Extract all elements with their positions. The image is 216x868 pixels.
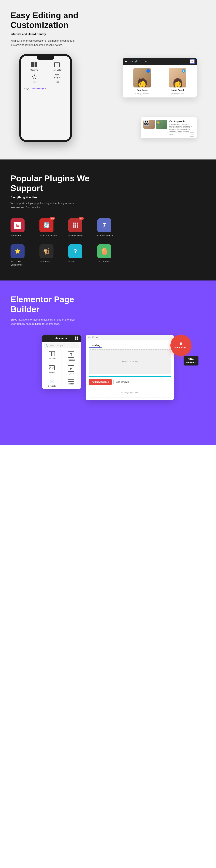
approach-image-2: 🚴	[156, 120, 167, 129]
editing-subtitle: Intuitive and User-Friendly	[10, 33, 206, 36]
widget-contacts-item[interactable]: ✉️ Contacts	[42, 377, 62, 389]
phone-bottom: Image Choose Image ▾	[21, 86, 70, 91]
image-widget-label: Image	[49, 371, 55, 373]
heading-widget-icon: T	[68, 351, 74, 358]
choose-image-action[interactable]: Choose Image	[31, 88, 44, 90]
canvas-image-placeholder[interactable]: Choose Your Image	[89, 349, 171, 374]
outdoor-icon: 🚴	[156, 120, 161, 125]
section-plugins: Popular Plugins We Support Everything Yo…	[0, 159, 216, 280]
phone-area: Columns Text Editor Icons	[10, 54, 206, 146]
search-box[interactable]: 🔍 Search Widget...	[44, 343, 79, 348]
contact7-icon-wrapper: 7	[97, 218, 111, 232]
columns-widget-label: Columns	[48, 358, 56, 360]
list-button[interactable]: ≡	[145, 60, 147, 63]
plugin-trx-addons[interactable]: 🥚 TRX Addons	[97, 244, 116, 267]
elementor-label: Elementor	[10, 234, 21, 237]
laura-avatar: 👩 t	[169, 68, 186, 88]
team-card-paul: 🧑 f Paul Davis Coding Specialist	[126, 68, 158, 95]
widget-text-editor-label: Text Editor	[52, 69, 62, 71]
slider-icon-wrapper: 🔄 +26	[39, 218, 53, 232]
canvas-buttons: Add New Section Add Template	[89, 379, 171, 385]
widget-columns-item[interactable]: Columns	[42, 349, 62, 363]
widget-video-item[interactable]: ▶ Video	[62, 363, 81, 377]
trx-label: TRX Addons	[97, 260, 110, 263]
essential-badge: +27	[79, 217, 84, 220]
plugin-contact-form-7[interactable]: 7 Contact Form 7	[97, 218, 116, 237]
paul-figure: 🧑	[137, 79, 148, 88]
elements-count-badge: 50+ Elements	[184, 356, 199, 366]
team-icon	[52, 73, 61, 80]
elementor-badge-label: elementor	[175, 346, 187, 349]
choose-image-text: Choose Your Image	[121, 361, 139, 363]
editor-toolbar: B U I 🔗 T | ≡ E	[123, 58, 197, 65]
trx-icon: 🥚	[97, 244, 111, 258]
search-placeholder: Search Widget...	[49, 344, 65, 347]
approach-title: Our Approach	[169, 120, 194, 123]
gdpr-icon-wrapper: ⭐	[10, 244, 25, 258]
widget-columns-label: Columns	[30, 69, 38, 71]
widget-icons-label: Icons	[32, 81, 36, 83]
widget-team[interactable]: Team	[47, 73, 67, 83]
elementor-red-badge: 𝐄 elementor	[171, 335, 191, 356]
slider-icon: 🔄	[39, 218, 53, 232]
phone-screen: Columns Text Editor Icons	[21, 56, 70, 140]
plugin-slider-revolution[interactable]: 🔄 +26 Slider Revolution	[39, 218, 58, 237]
elements-label: Elements	[186, 361, 196, 364]
elementor-panel: ☰ elementor 🔍 Search Widget... Columns	[42, 335, 81, 389]
italic-button[interactable]: I	[132, 60, 133, 63]
mailchimp-icon-wrapper: 🐒	[39, 244, 53, 258]
elementor-mockup-area: ☰ elementor 🔍 Search Widget... Columns	[10, 335, 206, 431]
editing-description: With our enhanced collection of elements…	[10, 39, 77, 47]
section-editing: Easy Editing and Customization Intuitive…	[0, 0, 216, 159]
elementor-title: Elementor Page Builder	[10, 294, 98, 314]
underline-button[interactable]: U	[129, 60, 131, 63]
widget-team-label: Team	[55, 81, 60, 83]
mailchimp-label: MailChimp	[39, 260, 50, 263]
elementor-widgets-grid: Columns T Heading Image ▶ Video ✉	[42, 349, 81, 389]
elementor-icon-small: E	[190, 59, 194, 64]
plugin-mailchimp[interactable]: 🐒 MailChimp	[39, 244, 58, 267]
hamburger-icon[interactable]: ☰	[45, 337, 47, 340]
widget-image-item[interactable]: Image	[42, 363, 62, 377]
drag-hint: Or drag widget here	[89, 388, 171, 398]
plugins-subtitle: Everything You Need	[10, 196, 206, 199]
add-template-button[interactable]: Add Template	[113, 379, 132, 385]
button-widget-icon	[68, 379, 74, 382]
widget-heading-item[interactable]: T Heading	[62, 349, 81, 363]
refresh-icon: 🔄	[43, 222, 50, 228]
svg-point-8	[57, 74, 59, 76]
link-button[interactable]: 🔗	[135, 60, 138, 63]
plugin-elementor[interactable]: E Elementor	[10, 218, 29, 237]
approach-images: 👨‍👩‍👧 🚴	[143, 120, 167, 129]
chevron-icon: ▾	[45, 87, 46, 90]
heading-t-icon: T	[70, 352, 72, 356]
plugin-wpml[interactable]: ? WPML	[68, 244, 87, 267]
columns-widget-icon	[49, 351, 55, 356]
svg-rect-0	[31, 62, 34, 67]
plugin-wp-gdpr[interactable]: ⭐ WP GDPR Compliance	[10, 244, 29, 267]
essential-icon	[68, 218, 82, 232]
contacts-widget-label: Contacts	[48, 385, 56, 387]
plugin-essential-grid[interactable]: +27 Essential Grid	[68, 218, 87, 237]
image-label: Image	[24, 88, 29, 90]
contact7-label: Contact Form 7	[97, 234, 113, 237]
panel-header: ☰ elementor	[42, 335, 81, 342]
paul-role: Coding Specialist	[135, 93, 149, 95]
widget-button-item[interactable]: Button	[62, 377, 81, 389]
approach-image-1: 👨‍👩‍👧	[143, 120, 155, 129]
panel-search: 🔍 Search Widget...	[42, 342, 81, 349]
add-section-button[interactable]: Add New Section	[89, 379, 112, 385]
video-widget-label: Video	[69, 373, 74, 375]
heading-widget-label: Heading	[68, 359, 75, 361]
widget-icons[interactable]: Icons	[24, 73, 44, 83]
e-icon: E	[190, 60, 194, 63]
paul-avatar: 🧑 f	[134, 68, 151, 88]
phone-widgets-grid: Columns Text Editor Icons	[21, 56, 70, 86]
bold-button[interactable]: B	[125, 60, 127, 63]
phone-mockup: Columns Text Editor Icons	[19, 54, 72, 142]
text-color-button[interactable]: T	[139, 60, 141, 63]
widget-text-editor[interactable]: Text Editor	[47, 61, 67, 71]
widget-columns[interactable]: Columns	[24, 61, 44, 71]
grid-view-icon[interactable]	[75, 337, 78, 340]
paul-name: Paul Davis	[137, 89, 148, 91]
